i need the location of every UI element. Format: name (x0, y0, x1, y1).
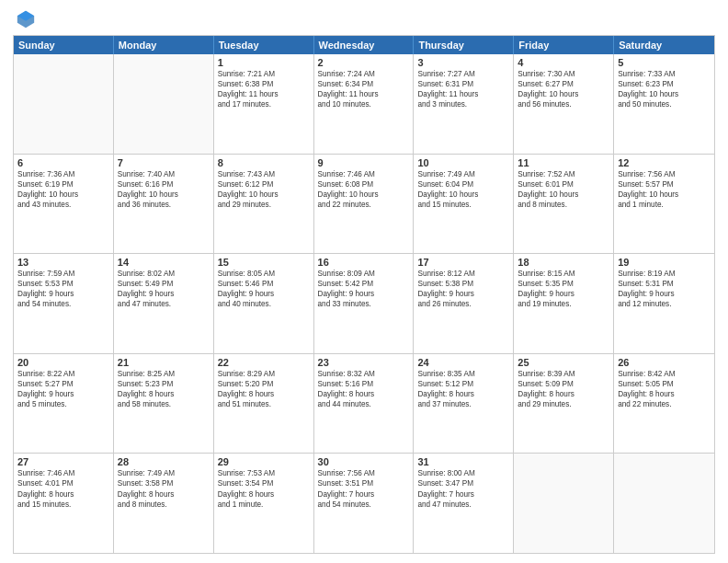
day-number: 30 (318, 456, 410, 467)
calendar-header: SundayMondayTuesdayWednesdayThursdayFrid… (14, 36, 714, 54)
calendar-cell (14, 54, 114, 154)
day-number: 9 (318, 157, 410, 168)
calendar-cell: 10Sunrise: 7:49 AMSunset: 6:04 PMDayligh… (414, 155, 514, 254)
day-number: 14 (118, 257, 210, 268)
day-info: Sunrise: 7:49 AMSunset: 3:58 PMDaylight:… (118, 468, 210, 509)
day-number: 31 (417, 456, 509, 467)
calendar-cell: 26Sunrise: 8:42 AMSunset: 5:05 PMDayligh… (614, 354, 714, 454)
day-number: 18 (518, 257, 609, 268)
calendar: SundayMondayTuesdayWednesdayThursdayFrid… (13, 35, 715, 554)
day-number: 21 (118, 357, 210, 368)
day-info: Sunrise: 8:42 AMSunset: 5:05 PMDaylight:… (618, 369, 711, 409)
calendar-week-3: 13Sunrise: 7:59 AMSunset: 5:53 PMDayligh… (14, 254, 714, 354)
logo (13, 13, 36, 29)
logo-icon (16, 9, 36, 29)
calendar-cell: 3Sunrise: 7:27 AMSunset: 6:31 PMDaylight… (414, 54, 514, 154)
day-number: 17 (417, 257, 509, 268)
calendar-cell: 17Sunrise: 8:12 AMSunset: 5:38 PMDayligh… (414, 254, 514, 353)
day-number: 1 (218, 57, 310, 68)
calendar-cell: 27Sunrise: 7:46 AMSunset: 4:01 PMDayligh… (14, 454, 114, 553)
day-header-monday: Monday (114, 36, 214, 54)
day-number: 7 (118, 157, 210, 168)
day-number: 28 (118, 456, 210, 467)
day-number: 5 (618, 57, 711, 68)
day-header-thursday: Thursday (414, 36, 514, 54)
calendar-cell: 9Sunrise: 7:46 AMSunset: 6:08 PMDaylight… (314, 155, 415, 254)
day-info: Sunrise: 7:43 AMSunset: 6:12 PMDaylight:… (218, 169, 310, 210)
calendar-cell: 21Sunrise: 8:25 AMSunset: 5:23 PMDayligh… (114, 354, 214, 454)
calendar-cell: 7Sunrise: 7:40 AMSunset: 6:16 PMDaylight… (114, 155, 214, 254)
day-info: Sunrise: 8:09 AMSunset: 5:42 PMDaylight:… (318, 269, 410, 309)
day-info: Sunrise: 8:35 AMSunset: 5:12 PMDaylight:… (417, 369, 509, 409)
calendar-week-2: 6Sunrise: 7:36 AMSunset: 6:19 PMDaylight… (14, 155, 714, 255)
calendar-cell: 2Sunrise: 7:24 AMSunset: 6:34 PMDaylight… (314, 54, 415, 154)
day-info: Sunrise: 8:00 AMSunset: 3:47 PMDaylight:… (417, 468, 509, 509)
day-info: Sunrise: 7:46 AMSunset: 6:08 PMDaylight:… (318, 169, 410, 210)
day-number: 26 (618, 357, 711, 368)
calendar-cell: 23Sunrise: 8:32 AMSunset: 5:16 PMDayligh… (314, 354, 415, 454)
calendar-cell: 24Sunrise: 8:35 AMSunset: 5:12 PMDayligh… (414, 354, 514, 454)
page-header (13, 9, 715, 29)
day-info: Sunrise: 7:52 AMSunset: 6:01 PMDaylight:… (518, 169, 609, 210)
calendar-cell: 16Sunrise: 8:09 AMSunset: 5:42 PMDayligh… (314, 254, 415, 353)
day-info: Sunrise: 7:30 AMSunset: 6:27 PMDaylight:… (518, 69, 609, 109)
day-info: Sunrise: 7:36 AMSunset: 6:19 PMDaylight:… (17, 169, 109, 210)
calendar-cell: 28Sunrise: 7:49 AMSunset: 3:58 PMDayligh… (114, 454, 214, 553)
day-info: Sunrise: 8:32 AMSunset: 5:16 PMDaylight:… (318, 369, 410, 409)
day-info: Sunrise: 8:02 AMSunset: 5:49 PMDaylight:… (118, 269, 210, 309)
calendar-cell (114, 54, 214, 154)
day-info: Sunrise: 7:33 AMSunset: 6:23 PMDaylight:… (618, 69, 711, 109)
day-info: Sunrise: 7:56 AMSunset: 3:51 PMDaylight:… (318, 468, 410, 509)
day-info: Sunrise: 7:56 AMSunset: 5:57 PMDaylight:… (618, 169, 711, 210)
calendar-body: 1Sunrise: 7:21 AMSunset: 6:38 PMDaylight… (14, 54, 714, 553)
day-number: 8 (218, 157, 310, 168)
calendar-cell: 31Sunrise: 8:00 AMSunset: 3:47 PMDayligh… (414, 454, 514, 553)
calendar-cell: 25Sunrise: 8:39 AMSunset: 5:09 PMDayligh… (514, 354, 614, 454)
calendar-cell: 19Sunrise: 8:19 AMSunset: 5:31 PMDayligh… (614, 254, 714, 353)
day-info: Sunrise: 7:59 AMSunset: 5:53 PMDaylight:… (17, 269, 109, 309)
day-info: Sunrise: 8:15 AMSunset: 5:35 PMDaylight:… (518, 269, 609, 309)
calendar-cell: 4Sunrise: 7:30 AMSunset: 6:27 PMDaylight… (514, 54, 614, 154)
day-header-sunday: Sunday (14, 36, 114, 54)
day-info: Sunrise: 7:46 AMSunset: 4:01 PMDaylight:… (17, 468, 109, 509)
day-info: Sunrise: 7:21 AMSunset: 6:38 PMDaylight:… (218, 69, 310, 109)
day-info: Sunrise: 7:24 AMSunset: 6:34 PMDaylight:… (318, 69, 410, 109)
calendar-week-4: 20Sunrise: 8:22 AMSunset: 5:27 PMDayligh… (14, 354, 714, 454)
day-number: 24 (417, 357, 509, 368)
calendar-cell: 15Sunrise: 8:05 AMSunset: 5:46 PMDayligh… (214, 254, 314, 353)
day-number: 11 (518, 157, 609, 168)
day-info: Sunrise: 8:19 AMSunset: 5:31 PMDaylight:… (618, 269, 711, 309)
day-info: Sunrise: 8:12 AMSunset: 5:38 PMDaylight:… (417, 269, 509, 309)
day-info: Sunrise: 8:29 AMSunset: 5:20 PMDaylight:… (218, 369, 310, 409)
day-info: Sunrise: 8:25 AMSunset: 5:23 PMDaylight:… (118, 369, 210, 409)
day-number: 10 (417, 157, 509, 168)
calendar-cell: 20Sunrise: 8:22 AMSunset: 5:27 PMDayligh… (14, 354, 114, 454)
calendar-week-5: 27Sunrise: 7:46 AMSunset: 4:01 PMDayligh… (14, 454, 714, 553)
calendar-cell: 29Sunrise: 7:53 AMSunset: 3:54 PMDayligh… (214, 454, 314, 553)
calendar-cell: 14Sunrise: 8:02 AMSunset: 5:49 PMDayligh… (114, 254, 214, 353)
day-number: 4 (518, 57, 609, 68)
calendar-cell: 5Sunrise: 7:33 AMSunset: 6:23 PMDaylight… (614, 54, 714, 154)
calendar-cell: 13Sunrise: 7:59 AMSunset: 5:53 PMDayligh… (14, 254, 114, 353)
day-number: 3 (417, 57, 509, 68)
day-info: Sunrise: 8:05 AMSunset: 5:46 PMDaylight:… (218, 269, 310, 309)
day-info: Sunrise: 7:49 AMSunset: 6:04 PMDaylight:… (417, 169, 509, 210)
day-header-wednesday: Wednesday (314, 36, 415, 54)
calendar-cell: 6Sunrise: 7:36 AMSunset: 6:19 PMDaylight… (14, 155, 114, 254)
calendar-cell (614, 454, 714, 553)
calendar-cell: 1Sunrise: 7:21 AMSunset: 6:38 PMDaylight… (214, 54, 314, 154)
day-number: 20 (17, 357, 109, 368)
calendar-week-1: 1Sunrise: 7:21 AMSunset: 6:38 PMDaylight… (14, 54, 714, 155)
day-number: 27 (17, 456, 109, 467)
day-header-tuesday: Tuesday (214, 36, 314, 54)
calendar-cell: 12Sunrise: 7:56 AMSunset: 5:57 PMDayligh… (614, 155, 714, 254)
calendar-cell: 8Sunrise: 7:43 AMSunset: 6:12 PMDaylight… (214, 155, 314, 254)
day-header-saturday: Saturday (614, 36, 714, 54)
day-number: 15 (218, 257, 310, 268)
calendar-cell (514, 454, 614, 553)
calendar-cell: 18Sunrise: 8:15 AMSunset: 5:35 PMDayligh… (514, 254, 614, 353)
day-number: 29 (218, 456, 310, 467)
day-number: 19 (618, 257, 711, 268)
day-info: Sunrise: 7:53 AMSunset: 3:54 PMDaylight:… (218, 468, 310, 509)
day-number: 2 (318, 57, 410, 68)
